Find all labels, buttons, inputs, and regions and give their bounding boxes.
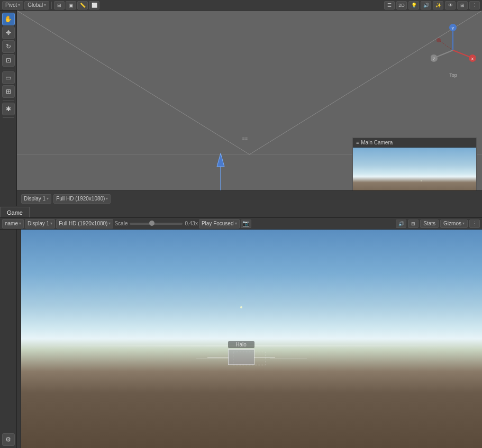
x-axis-label: X [471,57,474,61]
toolbar-right: ☰ 2D 💡 🔊 ✨ 👁 ⊞ ⋮ [384,1,480,10]
stats-label: Stats [423,221,435,226]
z-axis-label: Z [433,57,435,61]
global-chevron: ▾ [44,3,46,7]
svg-text:≡≡: ≡≡ [242,136,248,141]
game-grid-btn[interactable]: ⊞ [408,220,419,228]
tool-sep3 [3,117,14,118]
svg-line-0 [17,11,250,154]
pivot-label: Pivot [5,2,17,8]
scale-tool-btn[interactable]: ⊡ [2,54,15,67]
scene-resolution-select[interactable]: Full HD (1920x1080) ▾ [53,194,111,204]
axis-gizmo[interactable]: Y X Z Top [431,21,476,74]
gizmos-label: Gizmos [443,221,461,226]
settings-tool-btn[interactable]: ⚙ [2,433,15,446]
svg-point-13 [436,38,441,42]
camera-preview-dot [421,180,422,181]
game-toolbar: name ▾ Display 1 ▾ Full HD (1920x1080) ▾… [0,218,482,230]
2d-btn[interactable]: 2D [396,1,407,10]
scene-view: ≡≡ ≡ Main Camera Y X [17,11,482,206]
halo-line-left [207,357,229,358]
game-view[interactable]: Halo [0,230,482,448]
scene-display-label: Display 1 [24,196,46,202]
game-display-num-label: Display 1 [28,221,49,226]
stats-btn[interactable]: Stats [420,220,439,228]
game-camera-icon[interactable]: 📷 [241,220,251,228]
game-toolbar-right: 🔊 ⊞ Stats Gizmos ▾ ⋮ [396,220,480,228]
scale-container: Scale 0.43x [114,221,197,226]
rotate-tool-btn[interactable]: ↻ [2,40,15,53]
top-toolbar: Pivot ▾ Global ▾ ⊞ ▣ 📏 ⬜ ☰ 2D 💡 🔊 ✨ 👁 ⊞ … [0,0,482,11]
svg-line-10 [436,50,453,57]
svg-line-12 [440,41,453,50]
scene-view-btn[interactable]: 👁 [445,1,456,10]
more-btn[interactable]: ⋮ [469,1,480,10]
resolution-chevron: ▾ [106,196,108,201]
move-tool-btn[interactable]: ✥ [2,26,15,39]
sky-background [21,230,482,448]
svg-line-8 [453,50,470,57]
gizmos-chevron: ▾ [462,221,465,226]
play-focused-select[interactable]: Play Focused ▾ [199,219,240,228]
game-name-label: name [5,221,18,226]
custom-tool-btn[interactable]: ✱ [2,103,15,115]
scale-slider[interactable] [130,223,183,225]
pivot-chevron: ▾ [18,3,20,7]
scene-display-select[interactable]: Display 1 ▾ [21,194,51,204]
tool-sep2 [3,100,14,100]
scale-value: 0.43x [185,221,197,226]
scale-label: Scale [114,221,128,226]
tabs-bar: Game [0,206,482,218]
game-tab-label: Game [7,209,23,216]
svg-marker-4 [217,153,224,167]
play-focused-label: Play Focused [202,221,234,226]
game-more-btn[interactable]: ⋮ [469,220,480,228]
rect-tool-btn[interactable]: ▭ [2,71,15,84]
halo-label: Halo [228,341,254,348]
res-chevron: ▾ [108,221,111,226]
axis-gizmo-svg: Y X Z [431,21,476,74]
view-icon-btn[interactable]: ▣ [66,1,76,10]
transform-all-btn[interactable]: ⊞ [2,85,15,98]
halo-object: Halo [228,341,254,365]
audio-btn[interactable]: 🔊 [421,1,431,10]
center-reticle [240,306,242,308]
lighting-btn[interactable]: 💡 [408,1,419,10]
game-name-chevron: ▾ [19,221,21,226]
scene-bottom-bar: Display 1 ▾ Full HD (1920x1080) ▾ [17,190,482,206]
game-resolution-select[interactable]: Full HD (1920x1080) ▾ [56,219,113,228]
game-tab[interactable]: Game [0,207,30,217]
game-audio-btn[interactable]: 🔊 [396,220,406,228]
hand-tool-btn[interactable]: ✋ [2,13,15,25]
pivot-button[interactable]: Pivot ▾ [2,1,23,10]
global-button[interactable]: Global ▾ [24,1,49,10]
gizmos-btn[interactable]: Gizmos ▾ [440,220,468,228]
scale-thumb [149,221,154,226]
layers-icon-btn[interactable]: ☰ [384,1,395,10]
halo-line-right [254,357,275,358]
scene-resolution-label: Full HD (1920x1080) [56,196,105,202]
game-display-num-select[interactable]: Display 1 ▾ [25,219,55,228]
halo-box [228,349,254,365]
game-display-select[interactable]: name ▾ [2,219,24,228]
game-resolution-label: Full HD (1920x1080) [59,221,107,226]
fx-btn[interactable]: ✨ [433,1,443,10]
ruler-icon-btn[interactable]: 📏 [77,1,88,10]
y-axis-label: Y [451,26,454,31]
camera-preview-title: Main Camera [361,140,393,145]
camera-preview-header: ≡ Main Camera [353,138,476,148]
tool-sep1 [3,69,14,69]
sep1 [51,2,52,9]
display-chevron: ▾ [47,196,49,201]
transform-icon-btn[interactable]: ⊞ [54,1,65,10]
display-num-chevron: ▾ [50,221,52,226]
unit-icon-btn[interactable]: ⬜ [89,1,99,10]
play-focused-chevron: ▾ [235,221,237,226]
global-label: Global [28,2,43,8]
gizmos-scene-btn[interactable]: ⊞ [457,1,468,10]
